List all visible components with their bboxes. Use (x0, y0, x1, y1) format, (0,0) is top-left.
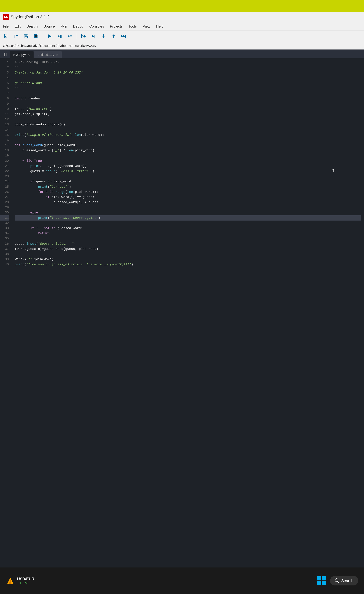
search-handle (338, 582, 339, 583)
open-file-button[interactable] (13, 33, 20, 40)
svg-marker-22 (102, 37, 105, 38)
menu-file[interactable]: File (3, 24, 9, 28)
step-out-button[interactable] (110, 33, 117, 40)
menu-help[interactable]: Help (156, 24, 163, 28)
code-content[interactable]: # -*- coding: utf-8 -*- """ Created on S… (12, 58, 364, 567)
menu-source[interactable]: Source (44, 24, 55, 28)
menu-debug[interactable]: Debug (73, 24, 84, 28)
code-line-38 (15, 252, 361, 257)
code-line-35 (15, 236, 361, 241)
tab-hw2[interactable]: HW2.py* ✕ (10, 51, 33, 58)
code-editor: 12345 678910 1112131415 1617181920 21222… (0, 58, 364, 567)
menu-search[interactable]: Search (26, 24, 38, 28)
toolbar-sep-1 (43, 33, 43, 39)
menu-projects[interactable]: Projects (110, 24, 123, 28)
code-line-27: if pick_word[i] == guess: (15, 195, 361, 200)
code-line-30: else: (15, 210, 361, 215)
code-line-19 (15, 153, 361, 158)
menu-view[interactable]: View (143, 24, 150, 28)
svg-rect-28 (3, 53, 4, 56)
win-logo-sq-bl (317, 581, 321, 585)
svg-rect-6 (25, 36, 27, 38)
spyder-icon: SS (3, 14, 9, 20)
svg-rect-5 (25, 34, 27, 36)
code-line-31: print("Incorrect. Guess again.") (15, 215, 361, 221)
code-line-1: # -*- coding: utf-8 -*- (15, 60, 361, 65)
code-line-29 (15, 205, 361, 210)
code-line-6: """ (15, 86, 361, 91)
tab-untitled1-label: untitled1.py (38, 53, 54, 57)
svg-rect-29 (5, 53, 6, 56)
code-line-4 (15, 75, 361, 81)
code-line-24: if guess in pick_word: (15, 179, 361, 184)
tab-bar: HW2.py* ✕ untitled1.py ✕ (0, 49, 364, 58)
step-button[interactable] (90, 33, 97, 40)
taskbar: USD/EUR +0.82% Search (0, 567, 364, 594)
spyder-window: SS Spyder (Python 3.11) File Edit Search… (0, 12, 364, 567)
search-icon (335, 578, 340, 583)
win-logo-sq-tl (317, 576, 321, 580)
menu-bar: File Edit Search Source Run Debug Consol… (0, 22, 364, 30)
code-line-13: pick_word=random.choice(g) (15, 122, 361, 127)
svg-marker-24 (112, 34, 115, 36)
taskbar-right: Search (317, 576, 358, 586)
code-line-5: @author: Richa (15, 81, 361, 86)
code-line-39: word2= ''.join(word) (15, 257, 361, 262)
code-line-32 (15, 221, 361, 226)
menu-run[interactable]: Run (61, 24, 67, 28)
resume-button[interactable] (120, 33, 127, 40)
stock-icon (6, 576, 15, 585)
code-line-28: guessed_word[i] = guess (15, 200, 361, 205)
copy-button[interactable] (33, 33, 39, 40)
code-line-40: print(f'You won in {guess_n} trials, the… (15, 262, 361, 267)
svg-marker-13 (68, 35, 70, 37)
code-line-12 (15, 117, 361, 122)
new-file-button[interactable] (3, 33, 9, 40)
code-line-33: if '_' not in guessed_word: (15, 226, 361, 231)
search-circle (335, 578, 338, 582)
win-logo-sq-br (322, 581, 326, 585)
run-button[interactable] (47, 33, 53, 40)
filepath-text: C:\Users\Richa\OneDrive\Documents\Python… (3, 44, 96, 48)
code-line-22: guess = input("Guess a letter: ") (15, 169, 361, 174)
title-bar: SS Spyder (Python 3.11) (0, 12, 364, 22)
svg-marker-18 (84, 34, 86, 38)
step-into-button[interactable] (100, 33, 107, 40)
stock-change: +0.82% (17, 581, 34, 585)
windows-logo[interactable] (317, 576, 326, 585)
run-selection-button[interactable] (67, 33, 73, 40)
toolbar-sep-2 (77, 33, 77, 39)
text-cursor: I (332, 169, 335, 173)
tab-untitled1-close[interactable]: ✕ (56, 53, 58, 56)
save-file-button[interactable] (23, 33, 29, 40)
menu-consoles[interactable]: Consoles (89, 24, 104, 28)
menu-tools[interactable]: Tools (129, 24, 137, 28)
code-line-2: """ (15, 65, 361, 70)
run-cell-button[interactable] (57, 33, 63, 40)
code-line-21: print(' '.join(guessed_word)) (15, 163, 361, 169)
tab-untitled1[interactable]: untitled1.py ✕ (34, 51, 62, 58)
tab-hw2-label: HW2.py* (13, 53, 26, 57)
debug-button[interactable] (80, 33, 87, 40)
filepath-bar: C:\Users\Richa\OneDrive\Documents\Python… (0, 42, 364, 49)
svg-marker-17 (82, 34, 84, 38)
code-line-15: print('Length of the word is', len(pick_… (15, 132, 361, 138)
code-line-23 (15, 174, 361, 179)
laptop-border (0, 0, 364, 12)
code-line-3: Created on Sat Jun 8 17:10:09 2024 (15, 70, 361, 75)
code-line-34: return (15, 231, 361, 236)
svg-marker-19 (92, 35, 94, 38)
code-line-16 (15, 138, 361, 143)
svg-rect-8 (34, 34, 37, 37)
window-title: Spyder (Python 3.11) (11, 15, 50, 19)
svg-marker-25 (121, 35, 123, 38)
code-line-7 (15, 91, 361, 96)
code-line-8: import random (15, 96, 361, 101)
editor-area: HW2.py* ✕ untitled1.py ✕ 12345 678910 11… (0, 49, 364, 567)
tab-toggle-button[interactable] (1, 51, 8, 58)
code-line-17: def guess_word(guess, pick_word): (15, 143, 361, 148)
menu-edit[interactable]: Edit (15, 24, 21, 28)
search-button[interactable]: Search (330, 576, 358, 586)
code-line-20: while True: (15, 158, 361, 163)
tab-hw2-close[interactable]: ✕ (28, 53, 30, 56)
